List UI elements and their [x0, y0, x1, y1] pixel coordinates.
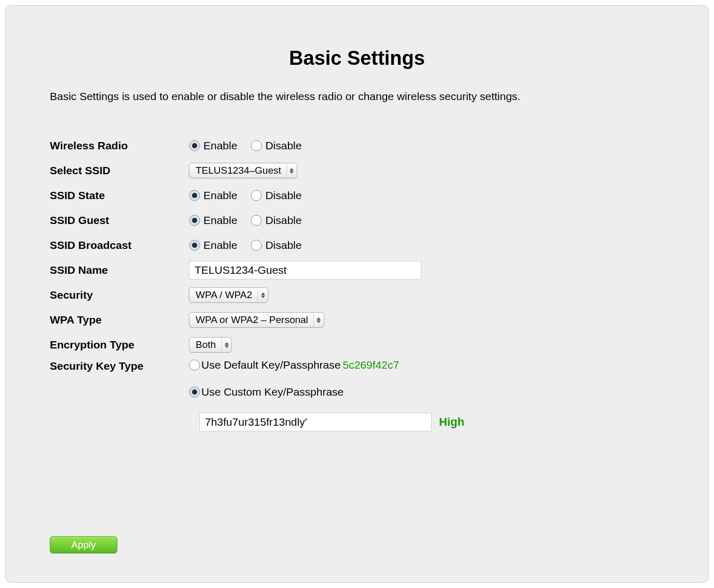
- svg-point-13: [251, 240, 262, 250]
- radio-label-disable: Disable: [265, 189, 301, 202]
- svg-marker-15: [261, 296, 265, 298]
- radio-ssid-state-disable[interactable]: [251, 190, 262, 201]
- radio-label-enable: Enable: [203, 189, 237, 202]
- radio-keytype-custom[interactable]: [189, 386, 200, 398]
- select-security-value: WPA / WPA2: [196, 289, 257, 301]
- svg-marker-17: [317, 320, 321, 323]
- form: Wireless Radio Enable Disable Select SSI…: [50, 134, 664, 431]
- radio-wireless-radio-enable[interactable]: [189, 140, 200, 151]
- radio-ssid-state-enable[interactable]: [189, 190, 200, 201]
- updown-arrows-icon: [257, 288, 268, 302]
- updown-arrows-icon: [221, 338, 231, 352]
- svg-point-10: [251, 215, 262, 226]
- radio-label-use-default: Use Default Key/Passphrase: [201, 359, 340, 371]
- page-description: Basic Settings is used to enable or disa…: [50, 90, 664, 103]
- radio-label-use-custom: Use Custom Key/Passphrase: [201, 386, 344, 398]
- updown-arrows-icon: [286, 163, 297, 178]
- ssid-name-input[interactable]: [189, 261, 421, 279]
- label-ssid-guest: SSID Guest: [50, 214, 189, 227]
- radio-label-disable: Disable: [265, 239, 301, 251]
- row-ssid-guest: SSID Guest Enable Disable: [50, 208, 664, 232]
- svg-marker-18: [225, 342, 229, 345]
- select-encryption-type[interactable]: Both: [189, 337, 232, 353]
- label-security-key-type: Security Key Type: [50, 359, 189, 372]
- svg-point-2: [251, 141, 262, 151]
- row-ssid-broadcast: SSID Broadcast Enable Disable: [50, 233, 664, 257]
- radio-ssid-guest-enable[interactable]: [189, 215, 200, 226]
- svg-marker-16: [317, 317, 321, 320]
- radio-ssid-broadcast-disable[interactable]: [251, 240, 262, 251]
- label-ssid-state: SSID State: [50, 189, 189, 202]
- svg-point-6: [192, 193, 197, 198]
- apply-button[interactable]: Apply: [50, 536, 117, 553]
- svg-point-9: [192, 218, 197, 223]
- row-wireless-radio: Wireless Radio Enable Disable: [50, 134, 664, 158]
- row-ssid-state: SSID State Enable Disable: [50, 184, 664, 207]
- updown-arrows-icon: [313, 313, 324, 327]
- svg-marker-4: [290, 171, 294, 174]
- row-select-ssid: Select SSID TELUS1234–Guest: [50, 159, 664, 183]
- radio-ssid-guest-disable[interactable]: [251, 215, 262, 226]
- svg-point-20: [189, 360, 200, 370]
- svg-marker-14: [261, 292, 265, 295]
- label-ssid-broadcast: SSID Broadcast: [50, 239, 189, 251]
- radio-ssid-broadcast-enable[interactable]: [189, 240, 200, 251]
- row-ssid-name: SSID Name: [50, 258, 664, 282]
- label-security: Security: [50, 289, 189, 301]
- select-ssid[interactable]: TELUS1234–Guest: [189, 163, 297, 178]
- label-select-ssid: Select SSID: [50, 164, 189, 177]
- radio-label-disable: Disable: [265, 139, 301, 152]
- svg-point-1: [192, 143, 197, 148]
- svg-point-12: [192, 243, 197, 248]
- radio-label-disable: Disable: [265, 214, 301, 227]
- select-ssid-value: TELUS1234–Guest: [196, 165, 286, 176]
- label-wireless-radio: Wireless Radio: [50, 139, 189, 152]
- radio-label-enable: Enable: [203, 239, 237, 251]
- select-security[interactable]: WPA / WPA2: [189, 287, 268, 303]
- label-ssid-name: SSID Name: [50, 264, 189, 276]
- svg-marker-19: [225, 345, 229, 348]
- label-encryption-type: Encryption Type: [50, 339, 189, 351]
- password-strength: High: [439, 415, 464, 429]
- radio-label-enable: Enable: [203, 139, 237, 152]
- row-security-key-type: Security Key Type Use Default Key/Passph…: [50, 359, 664, 431]
- svg-point-22: [192, 389, 197, 395]
- custom-key-input[interactable]: [199, 413, 432, 431]
- page-title: Basic Settings: [50, 47, 664, 69]
- default-key-value: 5c269f42c7: [342, 359, 399, 371]
- settings-panel: Basic Settings Basic Settings is used to…: [5, 5, 709, 583]
- radio-label-enable: Enable: [203, 214, 237, 227]
- radio-wireless-radio-disable[interactable]: [251, 140, 262, 151]
- row-security: Security WPA / WPA2: [50, 283, 664, 307]
- radio-keytype-default[interactable]: [189, 359, 200, 371]
- select-encryption-type-value: Both: [196, 339, 221, 351]
- select-wpa-type-value: WPA or WPA2 – Personal: [196, 314, 313, 326]
- select-wpa-type[interactable]: WPA or WPA2 – Personal: [189, 312, 324, 328]
- svg-marker-3: [290, 168, 294, 171]
- svg-point-7: [251, 190, 262, 201]
- row-wpa-type: WPA Type WPA or WPA2 – Personal: [50, 308, 664, 332]
- label-wpa-type: WPA Type: [50, 314, 189, 326]
- row-encryption-type: Encryption Type Both: [50, 333, 664, 357]
